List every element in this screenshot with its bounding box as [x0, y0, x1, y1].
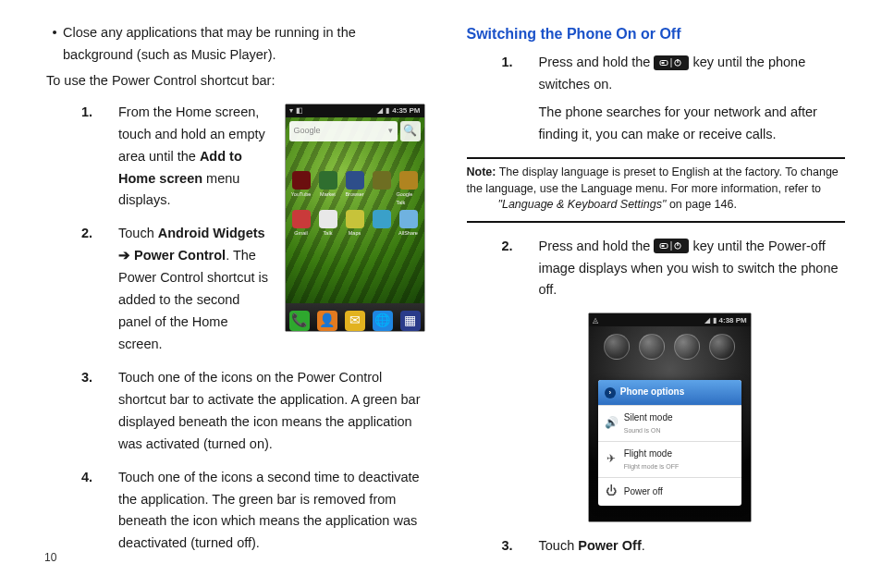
power-control-intro: To use the Power Control shortcut bar: — [46, 70, 425, 92]
bullet-item: • Close any applications that may be run… — [46, 22, 425, 67]
sound-icon: 🔊 — [605, 414, 618, 433]
step-number: 2. — [495, 236, 539, 302]
app-icon: Talk — [316, 210, 340, 238]
list-step: 2. Touch Android Widgets ➔ Power Control… — [74, 223, 276, 356]
status-bar: ◬ ◢▮ 4:38 PM — [589, 313, 751, 326]
note-label: Note: — [467, 165, 496, 178]
app-icon — [370, 171, 394, 207]
list-step: 3. Touch Power Off. — [495, 535, 846, 557]
dimmed-icon-row — [589, 326, 751, 360]
dim-icon — [709, 334, 735, 360]
dialog-header: › Phone options — [598, 380, 741, 405]
section-heading: Switching the Phone On or Off — [467, 22, 846, 46]
step-body: Touch one of the icons on the Power Cont… — [118, 367, 425, 456]
app-icon: Market — [316, 171, 340, 207]
status-time: 4:35 PM — [392, 104, 420, 116]
search-icon: 🔍 — [400, 121, 421, 141]
airplane-icon: ✈ — [605, 450, 618, 469]
step-number: 3. — [495, 535, 539, 557]
phone-home-screenshot: ▾◧ ◢▮ 4:35 PM Google ▾ 🔍 YouTube — [285, 104, 425, 332]
dock-messaging-icon: ✉ — [345, 311, 365, 331]
step-body: Press and hold the key until the Power-o… — [539, 236, 846, 302]
page-number: 10 — [44, 549, 56, 568]
dock-browser-icon: 🌐 — [373, 311, 393, 331]
phone-options-dialog: › Phone options 🔊 Silent mode Sound is O… — [598, 380, 741, 505]
note-block: Note: The display language is preset to … — [467, 157, 846, 223]
dock-phone-icon: 📞 — [289, 311, 310, 331]
bullet-marker: • — [46, 22, 63, 67]
dialog-title: Phone options — [620, 385, 684, 400]
list-step: 4. Touch one of the icons a second time … — [74, 467, 425, 556]
step-number: 3. — [74, 367, 118, 456]
search-widget: Google ▾ 🔍 — [289, 121, 421, 141]
dock-contacts-icon: 👤 — [317, 311, 337, 331]
svg-rect-1 — [662, 62, 665, 64]
app-icon: Gmail — [289, 210, 313, 238]
page-content: • Close any applications that may be run… — [0, 0, 882, 569]
status-bar: ▾◧ ◢▮ 4:35 PM — [286, 104, 424, 117]
note-reference: "Language & Keyboard Settings" — [498, 198, 667, 211]
app-icon — [370, 210, 394, 238]
step-number: 1. — [74, 102, 118, 213]
dim-icon — [604, 334, 630, 360]
dimmed-background: › Phone options 🔊 Silent mode Sound is O… — [589, 326, 751, 521]
search-brand: Google — [294, 124, 321, 138]
app-icon: YouTube — [289, 171, 313, 207]
step-body: Touch one of the icons a second time to … — [118, 467, 425, 556]
app-icon-grid: YouTube Market Browser Google Talk Gmail… — [289, 171, 421, 238]
dim-icon — [639, 334, 665, 360]
phone-options-screenshot: ◬ ◢▮ 4:38 PM › Phone options — [588, 312, 752, 522]
app-icon: Google Talk — [397, 171, 421, 207]
power-icon: ⏻ — [605, 483, 618, 501]
app-icon: AllShare — [397, 210, 421, 238]
svg-rect-6 — [662, 245, 665, 247]
right-column: Switching the Phone On or Off 1. Press a… — [467, 22, 846, 569]
power-key-icon — [654, 239, 689, 253]
step-body: From the Home screen, touch and hold an … — [118, 102, 276, 213]
left-column: • Close any applications that may be run… — [46, 22, 425, 569]
bullet-text: Close any applications that may be runni… — [63, 22, 425, 67]
chevron-icon: › — [605, 387, 616, 398]
step-number: 2. — [74, 223, 118, 356]
dock-apps-icon: ▦ — [400, 311, 421, 331]
step-number: 4. — [74, 467, 118, 556]
home-wallpaper: Google ▾ 🔍 YouTube Market Browser Google… — [286, 117, 424, 303]
list-step: 2. Press and hold the key until the Powe… — [495, 236, 846, 302]
option-power-off: ⏻ Power off — [598, 477, 741, 506]
power-key-icon — [654, 55, 689, 70]
list-step: 1. Press and hold the key until the phon… — [495, 52, 846, 146]
right-steps-container: 1. Press and hold the key until the phon… — [495, 52, 846, 146]
step-body: Touch Power Off. — [539, 535, 846, 557]
list-step: 3. Touch one of the icons on the Power C… — [74, 367, 425, 456]
option-flight-mode: ✈ Flight mode Flight mode is OFF — [598, 441, 741, 477]
step-body: Press and hold the key until the phone s… — [539, 52, 846, 146]
status-time: 4:38 PM — [719, 314, 747, 326]
option-silent-mode: 🔊 Silent mode Sound is ON — [598, 405, 741, 441]
mic-icon: ▾ — [388, 124, 393, 138]
step-body: Touch Android Widgets ➔ Power Control. T… — [118, 223, 276, 356]
list-step: 1. From the Home screen, touch and hold … — [74, 102, 276, 213]
dim-icon — [674, 334, 700, 360]
phone-dock: 📞 👤 ✉ 🌐 ▦ — [286, 303, 424, 332]
right-steps-container-2: 2. Press and hold the key until the Powe… — [495, 236, 846, 558]
google-search-pill: Google ▾ — [289, 121, 398, 141]
left-steps-container: ▾◧ ◢▮ 4:35 PM Google ▾ 🔍 YouTube — [74, 102, 425, 567]
app-icon: Maps — [343, 210, 367, 238]
step-number: 1. — [495, 52, 539, 146]
app-icon: Browser — [343, 171, 367, 207]
